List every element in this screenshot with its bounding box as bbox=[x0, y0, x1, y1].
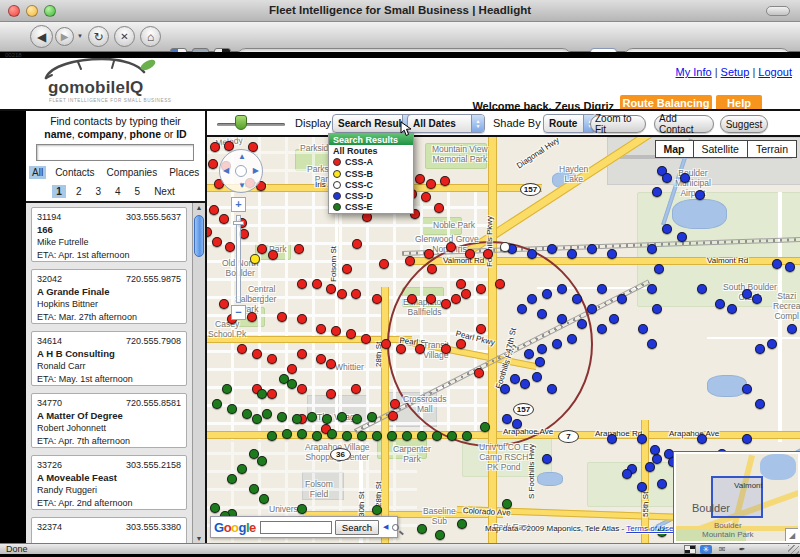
date-slider-track[interactable] bbox=[217, 123, 285, 126]
zoom-slider-track[interactable] bbox=[236, 215, 241, 303]
pan-center-icon[interactable] bbox=[235, 165, 247, 177]
map-type-terrain[interactable]: Terrain bbox=[748, 140, 797, 158]
map-pan-control[interactable]: ▲ ◀ ▶ ▼ bbox=[219, 149, 263, 193]
home-button[interactable]: ⌂ bbox=[140, 26, 161, 47]
dates-select[interactable]: All Dates ▲▼ bbox=[407, 114, 485, 133]
map-marker[interactable] bbox=[557, 314, 567, 324]
map-marker[interactable] bbox=[209, 205, 219, 215]
map-marker[interactable] bbox=[447, 431, 457, 441]
map-marker[interactable] bbox=[297, 314, 307, 324]
map-marker[interactable] bbox=[432, 431, 442, 441]
dropdown-item[interactable]: All Routes bbox=[329, 145, 413, 156]
map-marker[interactable] bbox=[502, 414, 512, 424]
map-marker[interactable] bbox=[457, 519, 467, 529]
scroll-down-icon[interactable]: ▼ bbox=[193, 535, 205, 542]
map-marker[interactable] bbox=[476, 324, 486, 334]
map-marker[interactable] bbox=[262, 409, 272, 419]
page-5[interactable]: 5 bbox=[131, 185, 145, 198]
map-marker[interactable] bbox=[637, 482, 647, 492]
theme-icon[interactable] bbox=[684, 545, 696, 554]
map-marker[interactable] bbox=[542, 289, 552, 299]
map-marker[interactable] bbox=[500, 384, 510, 394]
map-marker[interactable] bbox=[597, 284, 607, 294]
map-marker[interactable] bbox=[351, 384, 361, 394]
map-marker[interactable] bbox=[650, 445, 660, 455]
overview-minimap[interactable]: Valmont Boulder Boulder Mountain Park ◢ bbox=[674, 452, 800, 543]
contact-card[interactable]: 32042720.555.9875A Grande FinaleHopkins … bbox=[31, 269, 187, 324]
map-marker[interactable] bbox=[662, 224, 672, 234]
map-marker[interactable] bbox=[440, 176, 450, 186]
snowflake-icon[interactable]: ✳ bbox=[700, 545, 712, 554]
map-marker[interactable] bbox=[357, 431, 367, 441]
map-marker[interactable] bbox=[227, 474, 237, 484]
map-marker[interactable] bbox=[715, 299, 725, 309]
toolbar-toggle-button[interactable] bbox=[766, 6, 790, 16]
map-marker[interactable] bbox=[662, 173, 672, 183]
map-marker[interactable] bbox=[342, 431, 352, 441]
map-marker[interactable] bbox=[417, 431, 427, 441]
map-marker[interactable] bbox=[379, 259, 389, 269]
map-type-satellite[interactable]: Satellite bbox=[694, 140, 748, 158]
map-marker[interactable] bbox=[210, 503, 220, 513]
add-contact-button[interactable]: Add Contact bbox=[654, 115, 714, 133]
map-marker[interactable] bbox=[434, 203, 444, 213]
dropdown-item[interactable]: CSS-B bbox=[329, 168, 413, 179]
page-1[interactable]: 1 bbox=[52, 185, 66, 198]
map-marker[interactable] bbox=[287, 364, 297, 374]
map-marker[interactable] bbox=[219, 214, 229, 224]
map-magnifier-icon[interactable] bbox=[392, 524, 399, 531]
dropdown-item[interactable]: CSS-C bbox=[329, 179, 413, 190]
collapse-search-icon[interactable]: ◀ bbox=[383, 523, 388, 531]
map-type-map[interactable]: Map bbox=[655, 140, 694, 158]
map-marker[interactable] bbox=[396, 344, 406, 354]
map-marker[interactable] bbox=[755, 344, 765, 354]
map-marker[interactable] bbox=[259, 494, 269, 504]
map-marker[interactable] bbox=[257, 456, 267, 466]
map-marker[interactable] bbox=[361, 334, 371, 344]
map-marker[interactable] bbox=[510, 374, 520, 384]
map-marker[interactable] bbox=[372, 294, 382, 304]
map-marker[interactable] bbox=[483, 249, 493, 259]
map-marker[interactable] bbox=[787, 324, 797, 334]
terms-of-use-link[interactable]: Terms of Use bbox=[626, 524, 673, 533]
map-marker[interactable] bbox=[316, 354, 326, 364]
map-search-input[interactable] bbox=[260, 521, 332, 534]
map-marker[interactable] bbox=[456, 279, 466, 289]
map-marker[interactable] bbox=[657, 479, 667, 489]
map-marker[interactable] bbox=[372, 431, 382, 441]
map-marker[interactable] bbox=[500, 242, 510, 252]
map-marker[interactable] bbox=[587, 244, 597, 254]
map-marker[interactable] bbox=[567, 334, 577, 344]
page-next[interactable]: Next bbox=[150, 185, 179, 198]
map-marker[interactable] bbox=[480, 422, 490, 432]
map-marker[interactable] bbox=[297, 384, 307, 394]
map-marker[interactable] bbox=[785, 262, 795, 272]
sidebar-tab-all[interactable]: All bbox=[29, 166, 46, 179]
map-marker[interactable] bbox=[622, 469, 632, 479]
scrollbar-thumb[interactable] bbox=[194, 215, 204, 257]
map-canvas[interactable]: MelodyParksideParkside ParkMountain View… bbox=[207, 137, 800, 543]
contact-card[interactable]: 34614720.555.7908A H B ConsultingRonald … bbox=[31, 331, 187, 386]
contact-list-scrollbar[interactable]: ▲ ▼ bbox=[192, 203, 205, 543]
page-2[interactable]: 2 bbox=[72, 185, 86, 198]
map-marker[interactable] bbox=[547, 384, 557, 394]
map-marker[interactable] bbox=[461, 289, 471, 299]
map-marker[interactable] bbox=[267, 354, 277, 364]
map-marker[interactable] bbox=[535, 357, 545, 367]
map-search-button[interactable]: Search bbox=[335, 520, 379, 535]
map-marker[interactable] bbox=[476, 284, 486, 294]
contact-card[interactable]: 34770720.555.8581A Matter Of DegreeRober… bbox=[31, 393, 187, 448]
map-marker[interactable] bbox=[647, 284, 657, 294]
map-marker[interactable] bbox=[297, 429, 307, 439]
map-marker[interactable] bbox=[524, 349, 534, 359]
zoom-slider-thumb[interactable] bbox=[233, 221, 244, 225]
map-marker[interactable] bbox=[647, 244, 657, 254]
map-marker[interactable] bbox=[381, 339, 391, 349]
map-marker[interactable] bbox=[292, 414, 302, 424]
map-marker[interactable] bbox=[532, 372, 542, 382]
map-marker[interactable] bbox=[427, 264, 437, 274]
map-marker[interactable] bbox=[441, 344, 451, 354]
map-marker[interactable] bbox=[752, 294, 762, 304]
map-marker[interactable] bbox=[326, 284, 336, 294]
map-marker[interactable] bbox=[677, 232, 687, 242]
